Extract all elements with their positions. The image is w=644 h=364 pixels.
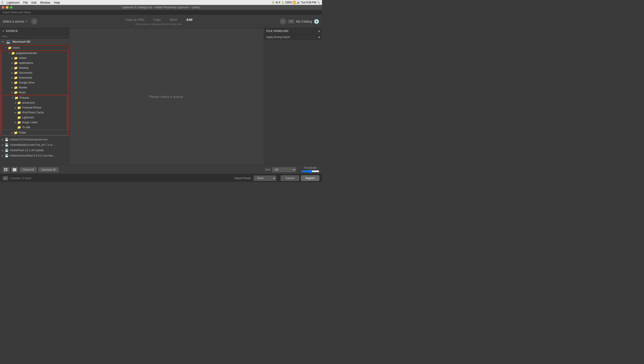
desktop-folder-icon: 📁 [14,66,18,70]
drive-item-0[interactable]: ▶ 💾 AdobeCSXSInfrastructure4-mul [0,137,69,142]
import-modes: Copy as DNG Copy Move Add [123,18,194,22]
applications-item[interactable]: ▶ 📁 Applications [1,60,68,66]
music-folder-icon: 📁 [14,91,18,94]
menu-window[interactable]: Window [40,1,50,4]
thumbnails-slider[interactable] [301,170,319,173]
svg-rect-1 [6,168,7,169]
desktop-item[interactable]: ▶ 📁 Desktop [1,66,68,70]
source-dropdown-icon[interactable]: ▾ [26,20,28,23]
svg-rect-3 [6,170,7,171]
current-user-item[interactable]: ▼ 📁 paigekleinsteuber [1,51,68,56]
finished-photos-item[interactable]: ▶ 📁 Finished Photos [2,105,67,110]
expand-icon: ▲ [4,177,7,179]
bottom-toolbar: Check All Uncheck All Sort: Off Capture … [0,165,322,174]
desktop-expand-icon: ▶ [10,67,14,69]
ipod-photo-cache-item[interactable]: ▶ 📁 iPod Photo Cache [2,110,67,115]
users-item[interactable]: ▼ 📁 Users [1,45,68,50]
source-panel-title: Source [6,30,18,32]
grid-view-button[interactable] [3,167,10,172]
ipod-photo-cache-label: iPod Photo Cache [22,111,44,114]
import-preset-section: Import Preset : None [234,176,276,181]
copy-dng-button[interactable]: Copy as DNG [123,18,146,22]
music-expand-icon: ▶ [10,91,14,94]
copy-button[interactable]: Copy [152,18,163,22]
apply-during-import-arrow-icon[interactable]: ◀ [318,36,320,39]
downloads-item[interactable]: ▶ 📁 Downloads [1,75,68,80]
documents-item[interactable]: ▶ 📁 Documents [1,70,68,75]
titlebar: Lightroom 5 Catalog.lrcat – Adobe Photos… [0,5,322,10]
users-group: ▼ 📁 Users ▼ 📁 paigekleinsteuber ▶ [1,45,69,136]
menu-lightroom[interactable]: Lightroom [7,1,20,4]
apply-during-import-header: Apply During Import ◀ [264,34,322,40]
left-panel: ▼ Source Files ▼ 💻 Macintosh HD ▼ 📁 User… [0,28,69,165]
svg-rect-2 [4,170,6,171]
thnigs-i-need-item[interactable]: ▶ 📁 thnigs i need [2,120,67,125]
maximize-button[interactable] [10,6,13,9]
drive-1-icon: 💾 [5,143,9,147]
thumbnails-label: Thumbnails [304,166,317,169]
source-tree[interactable]: ▼ 💻 Macintosh HD ▼ 📁 Users ▼ 📁 [0,39,69,165]
drive-item-2[interactable]: ▶ 💾 AdobeFlash-13.1-All-Update [0,148,69,153]
adobe-folder-icon: 📁 [14,56,18,60]
drive-item-1[interactable]: ▶ 💾 AdobeMediaEncoderTrial_64-7.2-m… [0,142,69,148]
public-label: Public [19,131,26,134]
file-handling-arrow-icon[interactable]: ◀ [318,30,320,32]
menu-help[interactable]: Help [54,1,60,4]
lightroom-label: Lightroom [22,116,34,119]
drive-0-icon: 💾 [5,138,9,141]
google-drive-folder-icon: 📁 [14,81,18,84]
current-user-group: ▼ 📁 paigekleinsteuber ▶ 📁 Adobe ▶ 📁 [1,50,68,135]
drive-0-triangle: ▶ [2,138,3,141]
pictures-item[interactable]: ▼ 📁 Pictures [2,95,67,100]
sort-select[interactable]: Off Capture Time Filename [272,167,296,172]
macintosh-hd-label: Macintosh HD [13,40,31,43]
back-arrow-button[interactable]: → [31,18,37,24]
actual-pics-folder-icon: 📁 [17,101,21,104]
drive-item-3[interactable]: ▶ 💾 AdobeCameraRaw-8.3-CC-mul-Ado… [0,153,69,158]
to-edit-item[interactable]: 📁 To edit [2,125,67,130]
forward-arrow-button[interactable]: → [280,18,286,24]
google-drive-item[interactable]: ▶ 📁 Google Drive [1,80,68,85]
documents-label: Documents [19,71,33,74]
add-button[interactable]: Add [184,18,194,22]
apple-logo-icon[interactable]:  [2,0,3,4]
documents-folder-icon: 📁 [14,71,18,74]
finished-photos-expand-icon: ▶ [14,106,17,109]
source-triangle-icon[interactable]: ▼ [2,30,5,32]
movies-item[interactable]: ▶ 📁 Movies [1,85,68,90]
public-item[interactable]: ▶ 📁 Public [1,130,68,135]
pictures-group: ▼ 📁 Pictures ▶ 📁 actual pics ▶ [2,95,67,130]
minimize-button[interactable] [6,6,9,9]
cancel-button[interactable]: Cancel [281,175,299,181]
adobe-item[interactable]: ▶ 📁 Adobe [1,56,68,60]
dialog-header: Import Photos and Videos [0,10,322,15]
import-button[interactable]: Import [301,175,319,181]
window-controls [2,6,13,9]
lightroom-item[interactable]: 📁 Lightroom [2,115,67,120]
menu-file[interactable]: File [23,1,28,4]
check-all-button[interactable]: Check All [20,167,37,172]
footer-expand-button[interactable]: ▲ [3,176,8,180]
menubar:  Lightroom File Edit Window Help 🔋 AI 4… [0,0,322,5]
import-preset-select[interactable]: None [254,176,276,181]
menu-edit[interactable]: Edit [32,1,37,4]
photo-count: 0 photos / 0 bytes [10,177,32,180]
uncheck-all-button[interactable]: Uncheck All [39,167,58,172]
music-item[interactable]: ▶ 📁 Music [1,90,68,95]
users-label: Users [13,46,20,49]
pictures-label: Pictures [20,96,29,99]
please-select-text: Please select a source. [149,95,184,98]
actual-pics-item[interactable]: ▶ 📁 actual pics [2,100,67,105]
drive-3-label: AdobeCameraRaw-8.3-CC-mul-Ado… [10,154,56,157]
import-mode-section: Copy as DNG Copy Move Add Add photos to … [43,18,275,26]
thnigs-i-need-label: thnigs i need [22,121,37,124]
loupe-view-button[interactable] [11,167,18,172]
close-button[interactable] [2,6,5,9]
to-edit-folder-icon: 📁 [17,126,21,129]
import-mode-subtitle: Add photos to catalog without moving the… [135,23,182,26]
drive-3-icon: 💾 [5,154,9,158]
to-edit-expand-icon [14,126,17,128]
macintosh-hd-item[interactable]: ▼ 💻 Macintosh HD [0,39,69,45]
move-button[interactable]: Move [168,18,179,22]
drive-0-label: AdobeCSXSInfrastructure4-mul [10,138,47,141]
